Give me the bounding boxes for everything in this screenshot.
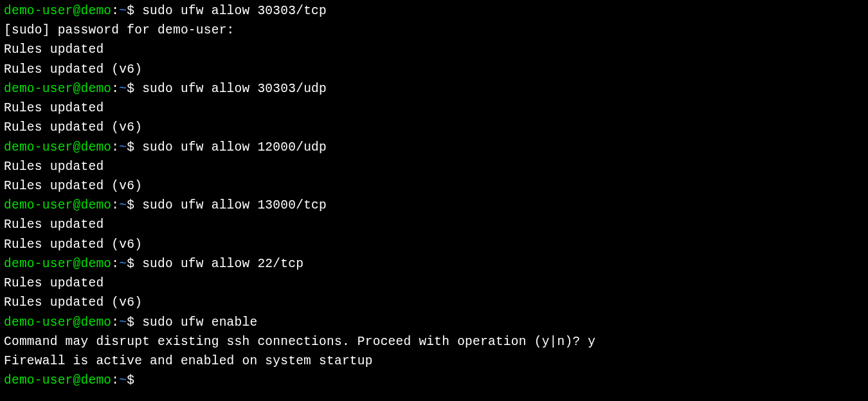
terminal-line: Rules updated (4, 215, 864, 234)
terminal-line: demo-user@demo:~$ sudo ufw allow 30303/t… (4, 1, 864, 21)
terminal-line: Rules updated (v6) (4, 60, 864, 79)
output-text: Rules updated (4, 42, 104, 57)
terminal-line: demo-user@demo:~$ sudo ufw allow 13000/t… (4, 196, 864, 215)
output-text: Rules updated (v6) (4, 120, 142, 135)
prompt-colon: : (111, 198, 119, 212)
prompt-user-host: demo-user@demo (4, 82, 111, 96)
prompt-user-host: demo-user@demo (4, 315, 111, 330)
terminal-line: Rules updated (4, 98, 864, 118)
terminal-line: Command may disrupt existing ssh connect… (4, 332, 864, 351)
output-text: Rules updated (4, 218, 104, 232)
terminal[interactable]: demo-user@demo:~$ sudo ufw allow 30303/t… (4, 1, 864, 390)
prompt-path: ~ (119, 373, 127, 387)
command-text: sudo ufw allow 30303/udp (142, 82, 327, 96)
output-text: Rules updated (v6) (4, 238, 142, 252)
terminal-line: Rules updated (4, 40, 864, 59)
prompt-path: ~ (119, 198, 127, 212)
prompt-colon: : (111, 257, 119, 271)
terminal-line: demo-user@demo:~$ (4, 371, 864, 390)
prompt-colon: : (111, 315, 119, 330)
terminal-line: Rules updated (v6) (4, 293, 864, 312)
prompt-space (134, 373, 142, 387)
terminal-line: demo-user@demo:~$ sudo ufw allow 30303/u… (4, 79, 864, 98)
prompt-path: ~ (119, 315, 127, 330)
prompt-user-host: demo-user@demo (4, 4, 111, 18)
prompt-dollar: $ (127, 315, 134, 330)
prompt-colon: : (111, 82, 119, 96)
terminal-line: Rules updated (4, 157, 864, 176)
output-text: Rules updated (4, 276, 104, 290)
terminal-line: [sudo] password for demo-user: (4, 21, 864, 40)
output-text: Command may disrupt existing ssh connect… (4, 335, 595, 349)
output-text: Firewall is active and enabled on system… (4, 354, 373, 368)
prompt-colon: : (111, 140, 119, 154)
output-text: [sudo] password for demo-user: (4, 23, 235, 37)
output-text: Rules updated (4, 101, 104, 115)
prompt-path: ~ (119, 257, 127, 271)
terminal-line: Rules updated (4, 274, 864, 293)
prompt-path: ~ (119, 4, 127, 18)
prompt-space (134, 315, 142, 330)
prompt-dollar: $ (127, 257, 134, 271)
prompt-colon: : (111, 373, 119, 387)
terminal-line: demo-user@demo:~$ sudo ufw allow 22/tcp (4, 254, 864, 274)
output-text: Rules updated (v6) (4, 62, 142, 77)
terminal-line: Rules updated (v6) (4, 118, 864, 137)
output-text: Rules updated (4, 160, 104, 174)
prompt-space (134, 140, 142, 154)
prompt-user-host: demo-user@demo (4, 373, 111, 387)
command-text: sudo ufw allow 30303/tcp (142, 4, 327, 18)
prompt-space (134, 4, 142, 18)
prompt-path: ~ (119, 82, 127, 96)
prompt-path: ~ (119, 140, 127, 154)
terminal-line: Firewall is active and enabled on system… (4, 351, 864, 371)
prompt-colon: : (111, 4, 119, 18)
terminal-line: Rules updated (v6) (4, 235, 864, 254)
prompt-dollar: $ (127, 140, 134, 154)
terminal-line: Rules updated (v6) (4, 176, 864, 196)
prompt-space (134, 82, 142, 96)
prompt-dollar: $ (127, 198, 134, 212)
prompt-user-host: demo-user@demo (4, 198, 111, 212)
command-text: sudo ufw allow 13000/tcp (142, 198, 327, 212)
prompt-dollar: $ (127, 373, 134, 387)
prompt-space (134, 257, 142, 271)
output-text: Rules updated (v6) (4, 179, 142, 193)
prompt-dollar: $ (127, 82, 134, 96)
terminal-line: demo-user@demo:~$ sudo ufw allow 12000/u… (4, 138, 864, 157)
command-text: sudo ufw enable (142, 315, 257, 330)
prompt-dollar: $ (127, 4, 134, 18)
prompt-user-host: demo-user@demo (4, 140, 111, 154)
command-text: sudo ufw allow 22/tcp (142, 257, 303, 271)
prompt-user-host: demo-user@demo (4, 257, 111, 271)
terminal-line: demo-user@demo:~$ sudo ufw enable (4, 313, 864, 332)
prompt-space (134, 198, 142, 212)
output-text: Rules updated (v6) (4, 295, 142, 310)
command-text: sudo ufw allow 12000/udp (142, 140, 327, 154)
